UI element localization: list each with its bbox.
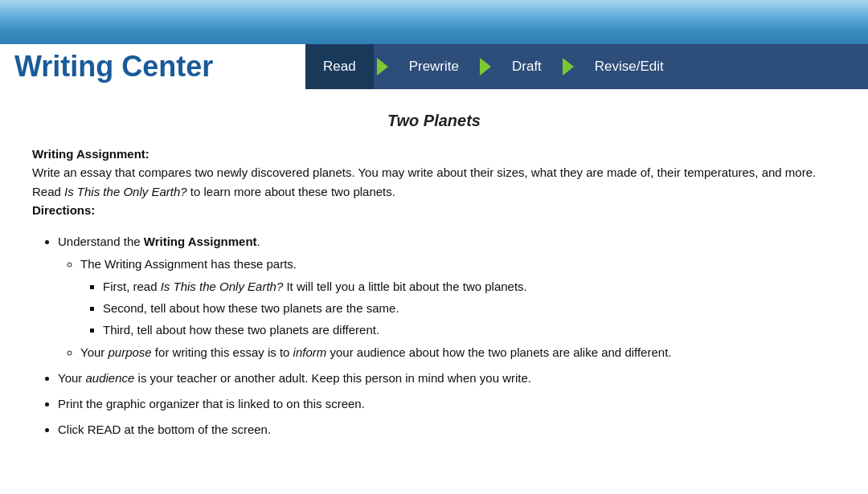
list-item-1: Understand the Writing Assignment. The W… bbox=[58, 232, 836, 362]
writing-center-title: Writing Center bbox=[14, 50, 213, 84]
tab-read-label: Read bbox=[323, 59, 356, 75]
audience-italic: audience bbox=[85, 371, 134, 385]
writing-assignment-label: Writing Assignment: bbox=[32, 147, 149, 161]
inform-italic: inform bbox=[293, 345, 327, 359]
tab-prewrite[interactable]: Prewrite bbox=[391, 44, 477, 89]
sub-sub-item-3: Third, tell about how these two planets … bbox=[103, 320, 836, 340]
header-row: Writing Center Read Prewrite Draft Revis… bbox=[0, 44, 868, 89]
sub-sub-item-2: Second, tell about how these two planets… bbox=[103, 299, 836, 318]
book-title: Is This the Only Earth? bbox=[64, 185, 187, 198]
tab-draft[interactable]: Draft bbox=[494, 44, 559, 89]
writing-assignment-bold: Writing Assignment bbox=[144, 235, 257, 248]
top-banner bbox=[0, 0, 868, 44]
writing-assignment-section: Writing Assignment: Write an essay that … bbox=[32, 145, 836, 219]
book-title-2: Is This the Only Earth? bbox=[161, 280, 284, 293]
purpose-italic: purpose bbox=[108, 345, 151, 359]
tab-draft-label: Draft bbox=[512, 59, 542, 75]
sub-list-1: The Writing Assignment has these parts. … bbox=[58, 255, 836, 362]
arrow-icon-2 bbox=[480, 58, 491, 76]
tab-prewrite-label: Prewrite bbox=[409, 59, 459, 75]
directions-label: Directions: bbox=[32, 203, 95, 217]
sub-item-1-1: The Writing Assignment has these parts. … bbox=[80, 255, 836, 340]
sub-sub-item-1: First, read Is This the Only Earth? It w… bbox=[103, 277, 836, 296]
writing-assignment-text: Write an essay that compares two newly d… bbox=[32, 165, 816, 198]
list-item-3: Print the graphic organizer that is link… bbox=[58, 394, 836, 414]
arrow-icon-1 bbox=[377, 58, 388, 76]
tab-revise-edit[interactable]: Revise/Edit bbox=[577, 44, 682, 89]
page-title: Two Planets bbox=[32, 112, 836, 130]
sub-sub-list-1: First, read Is This the Only Earth? It w… bbox=[80, 277, 836, 340]
writing-center-title-area: Writing Center bbox=[0, 44, 305, 89]
main-content: Two Planets Writing Assignment: Write an… bbox=[0, 89, 868, 462]
arrow-icon-3 bbox=[563, 58, 574, 76]
tab-read[interactable]: Read bbox=[305, 44, 374, 89]
nav-tabs: Read Prewrite Draft Revise/Edit bbox=[305, 44, 868, 89]
list-item-4: Click READ at the bottom of the screen. bbox=[58, 420, 836, 439]
list-item-2: Your audience is your teacher or another… bbox=[58, 369, 836, 388]
tab-revise-edit-label: Revise/Edit bbox=[595, 59, 664, 75]
sub-item-1-2: Your purpose for writing this essay is t… bbox=[80, 343, 836, 362]
directions-list: Understand the Writing Assignment. The W… bbox=[32, 232, 836, 439]
